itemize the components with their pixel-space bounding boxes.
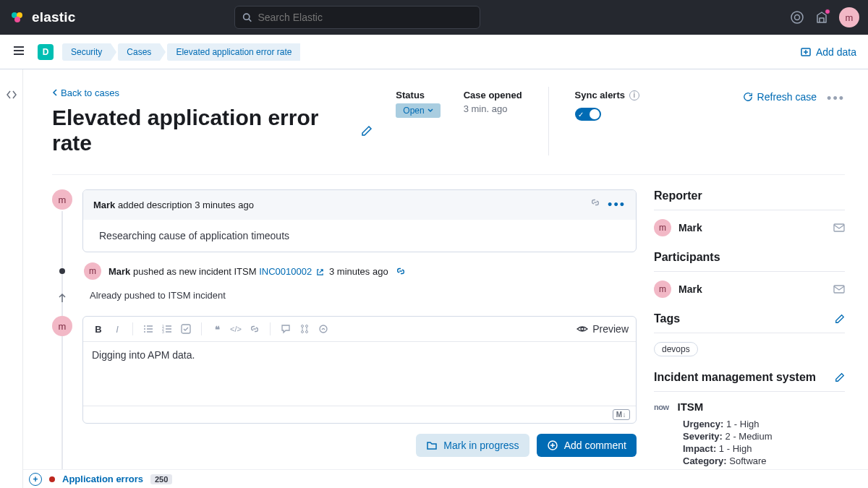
- newsfeed-icon[interactable]: [814, 10, 829, 25]
- urgency-field: Urgency: 1 - High: [683, 419, 845, 429]
- status-dropdown[interactable]: Open: [396, 103, 440, 118]
- description-card: Mark added description 3 minutes ago •••…: [82, 189, 637, 252]
- ol-button[interactable]: 123: [159, 321, 175, 337]
- case-more-menu[interactable]: •••: [827, 91, 845, 106]
- refresh-label: Refresh case: [757, 91, 817, 103]
- collapse-rail[interactable]: [0, 69, 23, 488]
- sync-alerts-toggle[interactable]: ✓: [575, 108, 601, 121]
- desc-action: added description: [115, 200, 195, 210]
- nav-toggle-icon[interactable]: [12, 43, 29, 61]
- copy-link-icon[interactable]: [396, 266, 406, 276]
- separator: [270, 322, 271, 335]
- bold-button[interactable]: B: [90, 321, 106, 337]
- add-timeline-button[interactable]: +: [29, 473, 42, 486]
- toggle-knob: [590, 109, 600, 119]
- timeline-link[interactable]: Application errors: [62, 474, 143, 484]
- tag-chip[interactable]: devops: [654, 342, 698, 356]
- impact-field: Impact: 1 - High: [683, 443, 845, 454]
- participants-title: Participants: [654, 251, 720, 264]
- ul-button[interactable]: [140, 321, 156, 337]
- search-icon: [242, 12, 252, 22]
- info-icon[interactable]: i: [629, 90, 639, 100]
- push-user: Mark: [109, 266, 130, 277]
- italic-button[interactable]: I: [109, 321, 125, 337]
- description-body: Researching cause of application timeout…: [83, 220, 636, 252]
- copy-link-icon[interactable]: [590, 197, 600, 213]
- crumb-security[interactable]: Security: [62, 43, 111, 61]
- mail-icon[interactable]: [833, 223, 845, 232]
- avatar: m: [84, 262, 101, 280]
- add-data-link[interactable]: Add data: [800, 46, 856, 58]
- user-avatar[interactable]: m: [839, 7, 859, 27]
- ims-title: Incident management system: [654, 371, 816, 384]
- add-comment-button[interactable]: Add comment: [537, 434, 637, 457]
- lens-icon-button[interactable]: [315, 321, 331, 337]
- comment-textarea-wrap: [83, 342, 636, 406]
- svg-rect-38: [834, 286, 844, 293]
- edit-ims-icon[interactable]: [835, 372, 845, 382]
- back-to-cases-link[interactable]: Back to cases: [52, 87, 119, 98]
- refresh-case-button[interactable]: Refresh case: [743, 91, 817, 103]
- search-input[interactable]: [258, 12, 472, 23]
- add-data-icon: [800, 46, 812, 58]
- comment-icon-button[interactable]: [278, 321, 294, 337]
- comment-textarea[interactable]: [92, 349, 627, 398]
- category-field: Category: Software: [683, 455, 845, 466]
- separator: [132, 322, 133, 335]
- elastic-logo[interactable]: elastic: [9, 9, 76, 26]
- chevron-left-icon: [52, 89, 58, 96]
- pushed-note-text: Already pushed to ITSM incident: [82, 290, 226, 301]
- activity-timeline: m Mark added description 3 minutes ago •…: [52, 189, 637, 488]
- back-link-label: Back to cases: [61, 87, 119, 98]
- preview-toggle[interactable]: Preview: [576, 323, 629, 335]
- severity-field: Severity: 2 - Medium: [683, 431, 845, 442]
- timeline-icon-button[interactable]: [297, 321, 312, 337]
- reporter-row: m Mark: [654, 219, 845, 236]
- edit-title-icon[interactable]: [361, 125, 373, 137]
- link-button[interactable]: [247, 321, 263, 337]
- breadcrumb-bar: D Security Cases Elevated application er…: [0, 35, 868, 69]
- status-block: Status Open: [396, 87, 440, 155]
- participant-name: Mark: [678, 283, 702, 295]
- opened-block: Case opened 3 min. ago: [464, 87, 522, 155]
- svg-point-15: [144, 331, 145, 333]
- case-title: Elevated application error rate: [52, 106, 351, 155]
- opened-value: 3 min. ago: [464, 103, 522, 114]
- comment-actions: Mark in progress Add comment: [82, 434, 637, 457]
- task-list-button[interactable]: [178, 321, 194, 337]
- alert-status-dot: [49, 476, 55, 482]
- pushed-note-row: Already pushed to ITSM incident: [52, 290, 637, 306]
- main-content: Back to cases Elevated application error…: [23, 69, 868, 488]
- case-header: Back to cases Elevated application error…: [52, 87, 845, 175]
- timeline-footer-bar: + Application errors 250: [23, 469, 868, 488]
- reporter-section: Reporter m Mark: [654, 189, 845, 236]
- ims-fields: Urgency: 1 - High Severity: 2 - Medium I…: [654, 419, 845, 466]
- status-label: Status: [396, 90, 440, 100]
- add-data-label: Add data: [816, 46, 856, 58]
- expand-icon: [7, 90, 17, 100]
- crumb-cases[interactable]: Cases: [118, 43, 160, 61]
- markdown-badge[interactable]: M↓: [613, 409, 630, 420]
- mark-in-progress-button[interactable]: Mark in progress: [416, 434, 529, 457]
- incident-link[interactable]: INC0010002: [259, 266, 312, 277]
- description-event: m Mark added description 3 minutes ago •…: [52, 189, 637, 252]
- svg-point-13: [144, 325, 145, 327]
- code-button[interactable]: </>: [228, 321, 244, 337]
- push-time: 3 minutes ago: [329, 266, 388, 277]
- brand-text: elastic: [32, 9, 76, 25]
- space-selector[interactable]: D: [38, 44, 54, 60]
- global-search[interactable]: [234, 6, 480, 29]
- tags-section: Tags devops: [654, 312, 845, 356]
- preview-label: Preview: [592, 323, 629, 335]
- participants-section: Participants m Mark: [654, 251, 845, 298]
- case-header-actions: Refresh case •••: [743, 87, 845, 155]
- svg-point-2: [14, 17, 20, 22]
- help-icon[interactable]: [790, 10, 804, 25]
- quote-button[interactable]: ❝: [209, 321, 225, 337]
- avatar: m: [654, 219, 671, 236]
- header-right-controls: m: [790, 7, 859, 27]
- eye-icon: [576, 323, 588, 335]
- desc-more-menu[interactable]: •••: [608, 197, 626, 213]
- edit-tags-icon[interactable]: [835, 314, 845, 324]
- mail-icon[interactable]: [833, 285, 845, 294]
